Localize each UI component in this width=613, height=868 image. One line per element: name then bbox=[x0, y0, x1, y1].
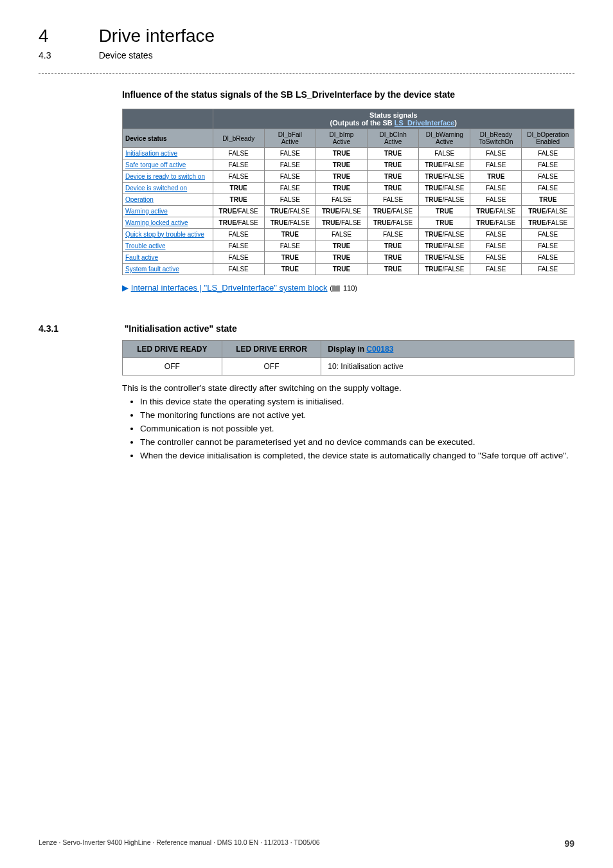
group-header-link[interactable]: LS_DriveInterface bbox=[395, 119, 455, 127]
table-cell: TRUE bbox=[315, 240, 367, 252]
table-cell: TRUE/FALSE bbox=[368, 217, 419, 229]
table-cell: FALSE bbox=[522, 264, 574, 275]
list-item: The controller cannot be parameterised y… bbox=[140, 437, 574, 447]
state-link[interactable]: Safe torque off active bbox=[125, 161, 186, 168]
table-cell: FALSE bbox=[470, 252, 522, 264]
state-link[interactable]: Warning active bbox=[125, 208, 168, 215]
led-table-h2: LED DRIVE ERROR bbox=[222, 341, 321, 358]
table-cell: FALSE bbox=[368, 194, 419, 206]
table-row-label: System fault active bbox=[123, 264, 213, 275]
table-cell: TRUE bbox=[419, 206, 470, 217]
xref-arrow: ▶ bbox=[122, 283, 129, 293]
table-cell: TRUE/FALSE bbox=[315, 217, 367, 229]
state-link[interactable]: Quick stop by trouble active bbox=[125, 231, 204, 238]
section-heading: Influence of the status signals of the S… bbox=[122, 89, 574, 100]
led-table-h3-pre: Display in bbox=[328, 345, 366, 354]
chapter-number: 4 bbox=[39, 26, 96, 46]
page-header: 4 Drive interface 4.3 Device states bbox=[39, 26, 574, 60]
table-row-label: Trouble active bbox=[123, 240, 213, 252]
table-cell: TRUE bbox=[315, 183, 367, 194]
table-cell: FALSE bbox=[315, 194, 367, 206]
subsection-title: "Initialisation active" state bbox=[125, 323, 237, 334]
status-col-header: DI_bImpActive bbox=[315, 129, 367, 148]
led-table-h3-link[interactable]: C00183 bbox=[366, 345, 393, 354]
table-cell: TRUE/FALSE bbox=[470, 206, 522, 217]
table-cell: TRUE/FALSE bbox=[419, 264, 470, 275]
table-row-label: Device is ready to switch on bbox=[123, 171, 213, 183]
table-cell: FALSE bbox=[368, 229, 419, 240]
table-cell: TRUE bbox=[315, 252, 367, 264]
state-link[interactable]: Fault active bbox=[125, 254, 158, 261]
group-header-line1: Status signals bbox=[369, 111, 418, 119]
table-cell: FALSE bbox=[419, 148, 470, 159]
table-cell: FALSE bbox=[264, 194, 315, 206]
separator bbox=[39, 73, 574, 74]
state-link[interactable]: Device is switched on bbox=[125, 185, 187, 192]
table-cell: TRUE bbox=[522, 194, 574, 206]
state-link[interactable]: Trouble active bbox=[125, 242, 165, 249]
subsection-number: 4.3.1 bbox=[39, 323, 122, 334]
table-cell: TRUE bbox=[368, 183, 419, 194]
table-cell: TRUE/FALSE bbox=[419, 159, 470, 171]
table-cell: TRUE/FALSE bbox=[419, 229, 470, 240]
table-cell: FALSE bbox=[213, 148, 264, 159]
table-cell: TRUE/FALSE bbox=[419, 171, 470, 183]
section-title: Device states bbox=[99, 50, 153, 60]
list-item: The monitoring functions are not active … bbox=[140, 410, 574, 420]
table-cell: TRUE/FALSE bbox=[419, 183, 470, 194]
list-item: When the device initialisation is comple… bbox=[140, 451, 574, 460]
xref-link[interactable]: Internal interfaces | "LS_DriveInterface… bbox=[131, 283, 328, 293]
status-col-header: DI_bFailActive bbox=[264, 129, 315, 148]
table-cell: TRUE/FALSE bbox=[213, 217, 264, 229]
state-link[interactable]: System fault active bbox=[125, 266, 179, 273]
table-cell: FALSE bbox=[264, 171, 315, 183]
table-cell: TRUE bbox=[470, 171, 522, 183]
table-cell: FALSE bbox=[470, 159, 522, 171]
status-col-header: DI_bCInhActive bbox=[368, 129, 419, 148]
table-cell: FALSE bbox=[522, 171, 574, 183]
state-link[interactable]: Warning locked active bbox=[125, 219, 188, 226]
table-cell: FALSE bbox=[522, 240, 574, 252]
table-cell: FALSE bbox=[264, 183, 315, 194]
table-cell: TRUE/FALSE bbox=[419, 194, 470, 206]
table-cell: TRUE bbox=[315, 148, 367, 159]
table-cell: FALSE bbox=[522, 229, 574, 240]
state-link[interactable]: Operation bbox=[125, 196, 154, 203]
table-cell: TRUE/FALSE bbox=[213, 206, 264, 217]
table-row-label: Fault active bbox=[123, 252, 213, 264]
status-col-header: DI_bWarningActive bbox=[419, 129, 470, 148]
table-cell: TRUE bbox=[419, 217, 470, 229]
book-icon bbox=[332, 285, 340, 292]
table-cell: FALSE bbox=[213, 252, 264, 264]
table-cell: TRUE/FALSE bbox=[368, 206, 419, 217]
led-table-r1c1: OFF bbox=[123, 358, 222, 375]
table-row-label: Device is switched on bbox=[123, 183, 213, 194]
state-link[interactable]: Device is ready to switch on bbox=[125, 173, 205, 180]
table-cell: FALSE bbox=[470, 148, 522, 159]
table-cell: FALSE bbox=[213, 229, 264, 240]
table-cell: TRUE/FALSE bbox=[264, 217, 315, 229]
table-cell: TRUE bbox=[368, 171, 419, 183]
status-col-header: DI_bReadyToSwitchOn bbox=[470, 129, 522, 148]
table-row-label: Quick stop by trouble active bbox=[123, 229, 213, 240]
table-cell: TRUE bbox=[368, 240, 419, 252]
table-cell: TRUE bbox=[264, 252, 315, 264]
table-cell: TRUE bbox=[315, 171, 367, 183]
xref-line: ▶ Internal interfaces | "LS_DriveInterfa… bbox=[122, 283, 574, 293]
intro-text: This is the controller's state directly … bbox=[122, 383, 574, 393]
state-link[interactable]: Initialisation active bbox=[125, 150, 177, 157]
table-row-label: Warning active bbox=[123, 206, 213, 217]
table-row-label: Warning locked active bbox=[123, 217, 213, 229]
xref-page-pre: ( bbox=[330, 284, 332, 292]
table-cell: FALSE bbox=[264, 240, 315, 252]
section-influence: Influence of the status signals of the S… bbox=[122, 89, 574, 293]
table-row-label: Initialisation active bbox=[123, 148, 213, 159]
list-item: Communication is not possible yet. bbox=[140, 424, 574, 433]
group-header-line2-post: ) bbox=[454, 119, 457, 127]
status-col-header: DI_bOperationEnabled bbox=[522, 129, 574, 148]
table-cell: FALSE bbox=[470, 264, 522, 275]
table-cell: FALSE bbox=[470, 183, 522, 194]
xref-page-num: 110) bbox=[341, 284, 357, 292]
bullet-list: In this device state the operating syste… bbox=[122, 397, 574, 460]
table-cell: FALSE bbox=[522, 252, 574, 264]
